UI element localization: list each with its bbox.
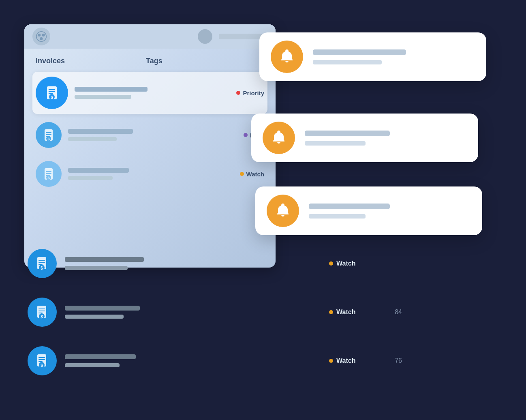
standalone-tag-6: Watch [329,357,370,364]
invoice-sub-bar-1 [75,95,131,99]
notif-title-3 [309,204,390,209]
standalone-title-6 [65,354,136,359]
app-titlebar [24,24,276,49]
standalone-text-6 [65,354,321,367]
tag-dot-yellow-6 [329,359,333,363]
titlebar-avatar [198,29,212,44]
standalone-tag-5: Watch [329,309,370,316]
invoice-sub-bar-2 [68,137,117,141]
invoice-text-3 [68,168,233,180]
invoice-row-3[interactable]: $ Watch [32,156,267,192]
standalone-tag-4: Watch [329,260,370,267]
standalone-rows: $ Watch $ [24,243,405,389]
invoice-text-1 [75,87,230,99]
main-container: Invoices Tags $ [0,0,526,420]
notif-bell-circle-1 [271,41,303,73]
standalone-row-4[interactable]: $ Watch [24,243,405,284]
invoice-tag-1: Priority [236,90,264,96]
invoice-title-bar-2 [68,129,133,134]
notif-title-2 [305,131,390,136]
invoice-title-bar-1 [75,87,148,92]
tag-label-watch-4: Watch [336,260,355,267]
svg-text:$: $ [47,176,49,180]
invoice-title-bar-3 [68,168,129,173]
notif-sub-3 [309,214,366,219]
invoice-icon-2: $ [36,122,62,148]
svg-text:$: $ [47,137,49,141]
invoice-icon-1: $ [36,77,68,109]
tag-dot-yellow-3 [240,172,244,176]
invoice-sub-bar-3 [68,176,113,180]
standalone-number-6: 76 [378,357,402,364]
invoice-tag-3: Watch [240,171,264,178]
tag-dot-purple [244,133,248,137]
col-header-invoices: Invoices [36,57,65,65]
tag-dot-red [236,91,240,95]
svg-text:$: $ [41,315,43,319]
standalone-title-5 [65,306,140,311]
notif-sub-2 [305,141,366,146]
svg-text:$: $ [41,363,43,368]
svg-point-3 [40,37,43,40]
invoice-row-2[interactable]: $ Pass [32,117,267,153]
tag-label-watch-3: Watch [246,171,264,178]
tag-label-watch-6: Watch [336,357,355,364]
standalone-title-4 [65,257,144,262]
tag-label-priority: Priority [243,90,264,96]
svg-text:$: $ [41,266,43,270]
notif-bell-circle-3 [267,195,299,227]
standalone-sub-6 [65,363,120,367]
standalone-text-5 [65,306,321,319]
standalone-row-5[interactable]: $ Watch 84 [24,292,405,332]
notif-text-2 [305,131,467,146]
app-logo [32,28,50,45]
tag-label-watch-5: Watch [336,309,355,316]
invoice-icon-3: $ [36,161,62,187]
standalone-sub-5 [65,315,124,319]
notif-text-3 [309,204,471,219]
standalone-icon-5: $ [28,298,57,327]
app-content: Invoices Tags $ [24,49,276,203]
app-header-row: Invoices Tags [32,57,267,72]
standalone-icon-6: $ [28,346,57,375]
notif-title-1 [313,49,406,55]
notif-text-1 [313,49,475,64]
notif-bell-circle-2 [263,122,295,154]
notification-card-2[interactable] [251,114,478,162]
tag-dot-yellow-5 [329,310,333,314]
standalone-row-6[interactable]: $ Watch 76 [24,341,405,381]
standalone-text-4 [65,257,321,270]
svg-text:$: $ [51,95,53,100]
notif-sub-1 [313,60,382,64]
svg-point-2 [42,34,45,36]
invoice-text-2 [68,129,237,141]
standalone-number-5: 84 [378,309,402,316]
invoice-row-1[interactable]: $ Priority [32,72,267,114]
app-window: Invoices Tags $ [24,24,276,268]
standalone-sub-4 [65,266,128,270]
notification-card-1[interactable] [259,32,486,81]
col-header-tags: Tags [146,57,163,65]
standalone-icon-4: $ [28,249,57,278]
tag-dot-yellow-4 [329,261,333,266]
svg-point-1 [38,34,41,36]
notification-card-3[interactable] [255,186,482,235]
